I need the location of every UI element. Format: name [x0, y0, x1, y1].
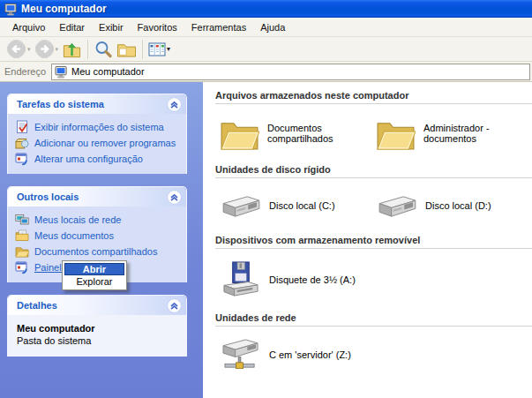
control-panel-icon	[15, 260, 29, 274]
panel-body: Meu computador Pasta do sistema	[8, 315, 186, 357]
forward-icon	[34, 39, 55, 59]
sidebar-item-label: Adicionar ou remover programas	[34, 138, 176, 148]
section-title: Unidades de rede	[215, 311, 532, 327]
details-title: Meu computador	[17, 323, 181, 334]
section-title: Dispositivos com armazenamento removível	[215, 233, 532, 249]
my-documents-icon	[15, 229, 29, 243]
address-value: Meu computador	[71, 66, 145, 77]
my-computer-icon	[4, 3, 18, 16]
toolbar-separator	[87, 40, 88, 59]
address-label: Endereço	[4, 66, 46, 77]
panel-header-other-places[interactable]: Outros locais	[8, 187, 186, 207]
item-network-drive-z[interactable]: C em 'servidor' (Z:)	[220, 337, 385, 373]
sidebar-item-system-info[interactable]: Exibir informações do sistema	[15, 119, 183, 135]
hard-drive-icon	[376, 192, 417, 220]
sidebar-item-change-setting[interactable]: Alterar uma configuração	[15, 151, 183, 167]
sidebar-item-label: Meus documentos	[34, 230, 114, 241]
panel-header-system-tasks[interactable]: Tarefas do sistema	[8, 94, 186, 114]
network-drive-icon	[220, 337, 261, 373]
items-row: Disco local (C:) Disco local (D:)	[215, 178, 532, 233]
items-row: Documentos compartilhados Administrador …	[215, 104, 532, 162]
title-bar: Meu computador	[0, 0, 532, 18]
menu-bar: Arquivo Editar Exibir Favoritos Ferramen…	[0, 18, 532, 37]
up-button[interactable]	[60, 38, 84, 60]
details-subtitle: Pasta do sistema	[17, 335, 181, 346]
section-title: Arquivos armazenados neste computador	[215, 88, 532, 104]
explorer-window: Meu computador Arquivo Editar Exibir Fav…	[0, 0, 532, 398]
folders-button[interactable]	[115, 39, 139, 59]
toolbar-separator	[142, 40, 143, 59]
back-icon	[6, 39, 26, 59]
sidebar-item-add-remove-programs[interactable]: Adicionar ou remover programas	[15, 135, 183, 151]
item-local-disk-d[interactable]: Disco local (D:)	[376, 192, 532, 220]
back-button[interactable]: ▾	[4, 38, 33, 60]
main-content: Arquivos armazenados neste computador Do…	[203, 82, 532, 398]
my-computer-icon	[55, 65, 68, 79]
sidebar-item-label: Meus locais de rede	[34, 214, 121, 225]
shared-documents-icon	[15, 244, 29, 259]
panel-details: Detalhes Meu computador Pasta do sistema	[7, 295, 187, 357]
chevron-up-icon[interactable]	[167, 97, 182, 112]
item-label: Disco local (C:)	[269, 200, 335, 211]
items-row: Disquete de 3½ (A:)	[215, 249, 532, 311]
content-area: Tarefas do sistema Exibir informações do…	[0, 82, 532, 398]
sidebar-item-label: Exibir informações do sistema	[34, 122, 164, 132]
search-icon	[94, 40, 113, 59]
address-input[interactable]: Meu computador	[51, 64, 530, 80]
panel-title: Tarefas do sistema	[17, 99, 104, 109]
forward-dropdown-caret[interactable]: ▾	[56, 46, 59, 53]
item-label: C em 'servidor' (Z:)	[269, 349, 351, 360]
item-administrator-documents-folder[interactable]: Administrador - documentos	[376, 117, 532, 150]
folder-icon	[376, 117, 416, 150]
item-label: Documentos compartilhados	[267, 123, 376, 144]
sidebar-item-my-documents[interactable]: Meus documentos	[15, 228, 183, 244]
menu-item-exibir[interactable]: Exibir	[92, 19, 131, 35]
context-menu-item-abrir[interactable]: Abrir	[64, 263, 124, 275]
section-network-drives: Unidades de rede C em 'servidor' (Z:)	[215, 311, 532, 383]
item-label: Administrador - documentos	[423, 123, 532, 144]
panel-header-details[interactable]: Detalhes	[8, 296, 186, 315]
menu-item-ferramentas[interactable]: Ferramentas	[184, 19, 253, 35]
sidebar-item-label: Alterar uma configuração	[34, 154, 143, 164]
panel-system-tasks: Tarefas do sistema Exibir informações do…	[7, 94, 187, 174]
item-label: Disquete de 3½ (A:)	[269, 274, 356, 285]
section-hard-drives: Unidades de disco rígido Disco local (C:…	[215, 162, 532, 233]
sidebar-item-network-places[interactable]: Meus locais de rede	[15, 212, 183, 228]
add-remove-programs-icon	[15, 136, 29, 150]
item-floppy-a[interactable]: Disquete de 3½ (A:)	[220, 261, 385, 299]
item-local-disk-c[interactable]: Disco local (C:)	[220, 192, 376, 220]
views-dropdown-caret[interactable]: ▾	[167, 45, 170, 53]
chevron-up-icon[interactable]	[167, 298, 182, 313]
panel-body: Exibir informações do sistema Adicionar …	[8, 114, 186, 174]
chevron-up-icon[interactable]	[167, 190, 182, 205]
section-removable-storage: Dispositivos com armazenamento removível…	[215, 233, 532, 311]
sidebar-item-shared-documents[interactable]: Documentos compartilhados	[15, 244, 183, 259]
items-row: C em 'servidor' (Z:)	[215, 327, 532, 383]
views-icon	[148, 41, 166, 57]
search-button[interactable]	[92, 39, 115, 60]
context-menu: Abrir Explorar	[62, 260, 127, 290]
folders-icon	[116, 40, 137, 58]
sidebar-item-label: Documentos compartilhados	[34, 246, 157, 257]
sidebar: Tarefas do sistema Exibir informações do…	[0, 82, 203, 398]
folder-icon	[220, 117, 259, 150]
system-info-icon	[15, 120, 29, 134]
forward-button[interactable]: ▾	[33, 38, 61, 60]
views-button[interactable]: ▾	[146, 41, 172, 58]
toolbar: ▾ ▾ ▾	[0, 37, 532, 62]
menu-item-ajuda[interactable]: Ajuda	[253, 19, 292, 35]
hard-drive-icon	[220, 192, 261, 220]
menu-item-favoritos[interactable]: Favoritos	[131, 19, 184, 35]
item-label: Disco local (D:)	[425, 200, 491, 211]
menu-item-arquivo[interactable]: Arquivo	[5, 19, 52, 35]
panel-title: Detalhes	[17, 300, 57, 311]
section-title: Unidades de disco rígido	[215, 162, 532, 178]
floppy-drive-icon	[220, 261, 261, 299]
panel-title: Outros locais	[17, 191, 79, 202]
context-menu-item-explorar[interactable]: Explorar	[64, 275, 124, 288]
item-shared-documents-folder[interactable]: Documentos compartilhados	[220, 117, 376, 150]
back-dropdown-caret[interactable]: ▾	[27, 46, 31, 53]
menu-item-editar[interactable]: Editar	[52, 19, 92, 35]
network-places-icon	[15, 213, 29, 227]
section-files-stored: Arquivos armazenados neste computador Do…	[215, 88, 532, 162]
